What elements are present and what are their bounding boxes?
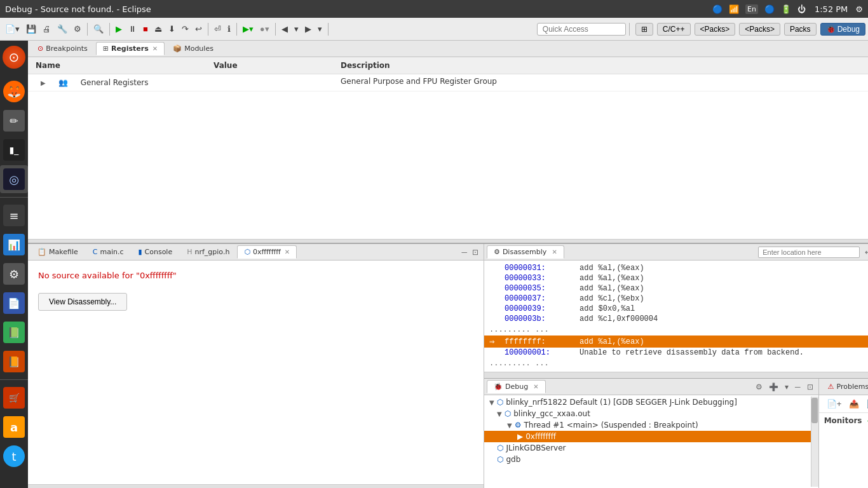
persp-cpp-btn[interactable]: C/C++ — [657, 23, 691, 36]
new-btn[interactable]: 📄▾ — [3, 23, 22, 35]
prev-drop-btn[interactable]: ▾ — [292, 23, 301, 35]
stepover-btn[interactable]: ↷ — [179, 23, 191, 35]
dis-row-2[interactable]: 00000033: add %al,(%eax) — [484, 273, 868, 283]
memory-add-monitor-btn[interactable]: 📄+ — [824, 398, 844, 410]
source-maximize-btn[interactable]: ⊡ — [470, 247, 481, 258]
tab-disassembly[interactable]: ⚙ Disassembly ✕ — [487, 245, 564, 259]
view-disassembly-button[interactable]: View Disassembly... — [38, 293, 127, 311]
sidebar-icon-twitter[interactable]: t — [0, 442, 28, 470]
disconnect-btn[interactable]: ⏏ — [152, 23, 165, 35]
debug-vscrollbar[interactable] — [811, 396, 818, 487]
properties-btn[interactable]: 🔧 — [55, 23, 70, 35]
tab-mainc[interactable]: C main.c — [86, 245, 131, 259]
dis-hscrollbar[interactable] — [484, 372, 868, 378]
sep1 — [87, 23, 88, 36]
sidebar-icon-presentation[interactable]: 📙 — [0, 348, 28, 376]
sidebar-icon-files[interactable]: ≡ — [0, 201, 28, 229]
dis-row-4[interactable]: 00000037: add %cl,(%ebx) — [484, 294, 868, 304]
sidebar-icon-terminal[interactable]: ▮_ — [0, 136, 28, 164]
debug-item-blinky[interactable]: ▼ ⬡ blinky_nrf51822 Default (1) [GDB SEG… — [484, 396, 811, 408]
persp-packs3-btn[interactable]: Packs — [784, 23, 817, 36]
tab-nrf-gpio[interactable]: H nrf_gpio.h — [180, 245, 236, 259]
instruction-btn[interactable]: ℹ — [225, 23, 233, 35]
print-btn[interactable]: 🖨 — [40, 23, 53, 35]
memory-hex-btn[interactable]: 🔢 — [864, 398, 868, 410]
dis-row-6[interactable]: 0000003b: add %cl,0xf000004 — [484, 314, 868, 324]
stepinto-btn[interactable]: ⬇ — [166, 23, 178, 35]
debug-restore-btn[interactable]: ⊡ — [804, 381, 816, 393]
sidebar-icon-document[interactable]: 📄 — [0, 289, 28, 317]
dis-op-6: %cl,0xf000004 — [599, 315, 658, 323]
dis-btn1[interactable]: ↩ — [862, 247, 868, 258]
location-input[interactable] — [758, 247, 860, 258]
debug-item-gdb[interactable]: ⬡ gdb — [484, 454, 811, 465]
dis-row-1[interactable]: 00000031: add %al,(%eax) — [484, 263, 868, 273]
tab-modules[interactable]: 📦 Modules — [166, 42, 220, 55]
sidebar-icon-writer[interactable]: ✏ — [0, 107, 28, 135]
registers-row-general[interactable]: ▶ 👥 General Registers General Purpose an… — [28, 74, 868, 92]
search-btn[interactable]: 🔍 — [91, 23, 106, 35]
tab-0xffffffff[interactable]: ⬡ 0xffffffff ✕ — [237, 245, 297, 259]
source-hscrollbar[interactable] — [28, 484, 484, 488]
dis-row-current[interactable]: ⇒ ffffffff: add %al,(%eax) — [484, 336, 868, 348]
dis-row-3[interactable]: 00000035: add %al,(%eax) — [484, 283, 868, 294]
sidebar-icon-firefox[interactable]: 🦊 — [0, 78, 28, 105]
sidebar-icon-chart[interactable]: 📊 — [0, 231, 28, 259]
debug-item-exe[interactable]: ▼ ⬡ blinky_gcc_xxaa.out — [484, 408, 811, 419]
registers-icon: ⊞ — [103, 44, 109, 53]
tab-breakpoints[interactable]: ⊙ Breakpoints — [31, 42, 95, 55]
source-tab-bar: 📋 Makefile C main.c ▮ Console H nrf_gpio… — [28, 244, 484, 261]
stop-btn[interactable]: ■ — [140, 23, 151, 35]
general-regs-expand: ▶ 👥 General Registers — [31, 76, 208, 90]
next-btn[interactable]: ▶ — [302, 23, 314, 35]
pause-btn[interactable]: ⏸ — [126, 23, 139, 35]
tab-makefile[interactable]: 📋 Makefile — [31, 245, 85, 259]
tab-console[interactable]: ▮ Console — [131, 245, 179, 259]
tab-problems[interactable]: ⚠ Problems — [822, 381, 868, 393]
debug-tab-bar: 🐞 Debug ✕ ⚙ ➕ ▾ ─ ⊡ — [484, 379, 818, 395]
tab-registers[interactable]: ⊞ Registers ✕ — [96, 42, 165, 55]
dropframe-btn[interactable]: ⏎ — [212, 23, 224, 35]
sidebar-icon-appstore[interactable]: 🛒 — [0, 384, 28, 412]
registers-resize-handle[interactable] — [28, 239, 868, 243]
prev-btn[interactable]: ◀ — [279, 23, 290, 35]
sidebar-icon-settings[interactable]: ⚙ — [0, 260, 28, 288]
debug-scrollbar-thumb[interactable] — [811, 398, 818, 423]
resume-btn[interactable]: ▶ — [113, 23, 125, 35]
source-minimize-btn[interactable]: ─ — [459, 247, 470, 258]
memory-export-btn[interactable]: 📤 — [846, 398, 862, 410]
run-launch-btn[interactable]: ●▾ — [257, 23, 272, 35]
debug-launch-btn[interactable]: ▶▾ — [240, 23, 256, 35]
quick-access-input[interactable] — [537, 23, 626, 36]
sidebar-icon-ubuntu[interactable]: ⊙ — [0, 43, 28, 71]
persp-packs1-btn[interactable]: <Packs> — [695, 23, 736, 36]
debug-item-thread[interactable]: ▼ ⚙ Thread #1 <main> (Suspended : Breakp… — [484, 419, 811, 431]
hex-tab-close[interactable]: ✕ — [285, 248, 290, 255]
disassembly-close[interactable]: ✕ — [552, 248, 557, 255]
settings-icon[interactable]: ⚙ — [855, 4, 863, 14]
sidebar-icon-spreadsheet[interactable]: 📗 — [0, 318, 28, 346]
debug-config-btn[interactable]: ⚙ — [753, 381, 765, 393]
persp-open-btn[interactable]: ⊞ — [635, 23, 653, 36]
persp-debug-btn[interactable]: 🐞 Debug — [820, 23, 865, 36]
debug-item-jlink[interactable]: ⬡ JLinkGDBServer — [484, 442, 811, 454]
dis-row-5[interactable]: 00000039: add $0x0,%al — [484, 304, 868, 314]
run-config-btn[interactable]: ⚙ — [71, 23, 84, 35]
tab-debug[interactable]: 🐞 Debug ✕ — [487, 380, 546, 393]
sidebar-icon-eclipse[interactable]: ◎ — [0, 165, 28, 193]
debug-item-frame[interactable]: ▶ 0xffffffff — [484, 431, 811, 442]
debug-tab-close-icon[interactable]: ✕ — [533, 383, 538, 390]
debug-minimize-btn[interactable]: ─ — [792, 381, 803, 393]
dis-row-error[interactable]: 100000001: Unable to retrieve disassembl… — [484, 348, 868, 358]
stepreturn-btn[interactable]: ↩ — [193, 23, 205, 35]
sidebar-icon-amazon[interactable]: a — [0, 413, 28, 441]
registers-tab-close[interactable]: ✕ — [153, 45, 158, 52]
save-btn[interactable]: 💾 — [24, 23, 39, 35]
debug-add-btn[interactable]: ➕ — [766, 381, 781, 393]
next-drop-btn[interactable]: ▾ — [315, 23, 325, 35]
source-panel: 📋 Makefile C main.c ▮ Console H nrf_gpio… — [28, 244, 484, 488]
disassembly-icon: ⚙ — [494, 248, 500, 256]
dis-dots-1: ......... ... — [484, 324, 868, 336]
persp-packs2-btn[interactable]: <Packs> — [739, 23, 780, 36]
debug-dropdown-btn[interactable]: ▾ — [782, 381, 791, 393]
